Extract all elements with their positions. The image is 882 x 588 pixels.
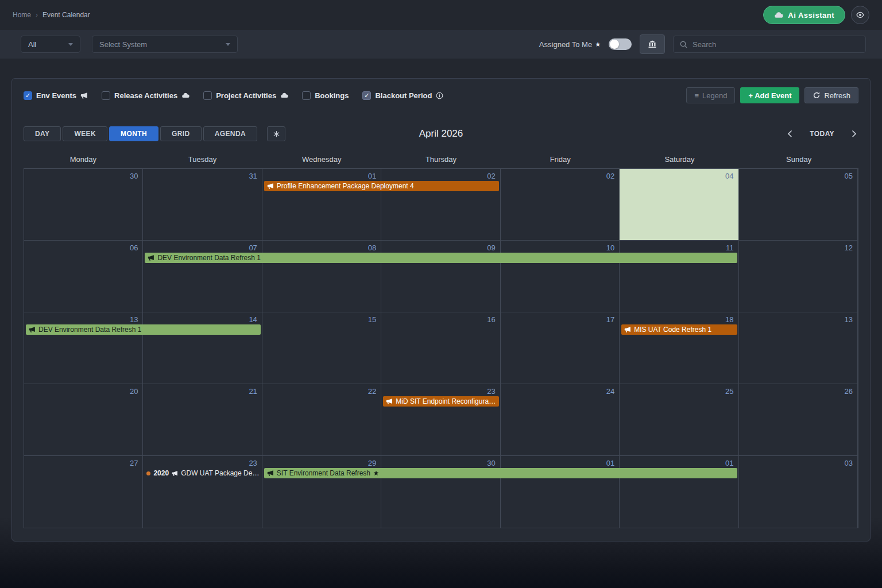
- calendar-cell[interactable]: 10: [501, 241, 620, 312]
- event-dot-item[interactable]: 2020 GDW UAT Package Depl...: [146, 468, 260, 478]
- add-event-button[interactable]: + Add Event: [740, 87, 799, 103]
- tab-grid[interactable]: GRID: [160, 126, 202, 141]
- checkbox-icon: [102, 91, 110, 100]
- calendar-cell[interactable]: 18: [620, 312, 738, 384]
- legend-button[interactable]: ≡ Legend: [686, 87, 735, 103]
- event-type-row: ✓ Env Events Release Activities Project …: [24, 87, 858, 104]
- assigned-to-me-toggle[interactable]: [609, 38, 632, 50]
- calendar-card: ✓ Env Events Release Activities Project …: [11, 78, 871, 541]
- ai-assistant-button[interactable]: Ai Assistant: [763, 6, 845, 24]
- calendar-cell[interactable]: 30: [381, 456, 500, 528]
- date-number: 24: [606, 387, 614, 396]
- tab-day[interactable]: DAY: [24, 126, 61, 141]
- calendar-cell[interactable]: 25: [620, 384, 738, 455]
- calendar-cell[interactable]: 30: [24, 169, 143, 240]
- calendar-cell[interactable]: 14: [143, 312, 262, 384]
- tab-week[interactable]: WEEK: [63, 126, 107, 141]
- category-select[interactable]: All: [21, 36, 80, 53]
- system-select-value: Select System: [99, 40, 147, 49]
- date-number: 17: [606, 315, 614, 324]
- date-number: 01: [725, 459, 733, 467]
- search-input[interactable]: [693, 40, 860, 49]
- date-number: 30: [487, 459, 495, 467]
- system-select[interactable]: Select System: [92, 36, 238, 53]
- calendar-cell[interactable]: 08: [262, 241, 381, 312]
- date-number: 26: [845, 387, 853, 396]
- date-number: 23: [487, 387, 495, 396]
- top-bar: Home › Event Calendar Ai Assistant: [0, 0, 882, 30]
- calendar-cell[interactable]: 03: [739, 456, 858, 528]
- tab-agenda[interactable]: AGENDA: [203, 126, 257, 141]
- date-number: 06: [130, 243, 138, 252]
- month-grid: 30 31 01 02 02 04 05 Profile Enhancement…: [24, 168, 858, 528]
- calendar-cell[interactable]: 24: [501, 384, 620, 455]
- calendar-cell[interactable]: 22: [262, 384, 381, 455]
- checkbox-bookings[interactable]: Bookings: [302, 91, 349, 100]
- ai-assistant-label: Ai Assistant: [788, 11, 834, 20]
- weekday-label: Friday: [501, 152, 620, 168]
- calendar-cell[interactable]: 05: [739, 169, 858, 240]
- weekday-label: Wednesday: [262, 152, 381, 168]
- event-bar[interactable]: DEV Environment Data Refresh 1: [145, 253, 737, 263]
- today-button[interactable]: TODAY: [810, 130, 834, 138]
- calendar-cell[interactable]: 31: [143, 169, 262, 240]
- date-number: 21: [249, 387, 257, 396]
- refresh-button[interactable]: Refresh: [804, 87, 858, 103]
- calendar-cell[interactable]: 12: [739, 241, 858, 312]
- calendar-cell[interactable]: 21: [143, 384, 262, 455]
- megaphone-icon: [172, 470, 178, 477]
- calendar-cell[interactable]: 06: [24, 241, 143, 312]
- event-bar[interactable]: DEV Environment Data Refresh 1: [26, 324, 261, 335]
- calendar-cell[interactable]: 26: [739, 384, 858, 455]
- event-bar[interactable]: MIS UAT Code Refresh 1: [621, 324, 737, 335]
- breadcrumb-home[interactable]: Home: [13, 11, 31, 19]
- weekday-header: Monday Tuesday Wednesday Thursday Friday…: [24, 152, 858, 168]
- event-bar[interactable]: Profile Enhancement Package Deployment 4: [264, 181, 499, 191]
- checkbox-env-events[interactable]: ✓ Env Events: [24, 91, 88, 100]
- calendar-cell[interactable]: 23: [381, 384, 500, 455]
- calendar-cell[interactable]: 01: [620, 456, 738, 528]
- calendar-cell[interactable]: 16: [381, 312, 500, 384]
- date-number: 01: [606, 459, 614, 467]
- calendar-cell[interactable]: 09: [381, 241, 500, 312]
- checkbox-blackout-period[interactable]: ✓ Blackout Period: [362, 91, 443, 100]
- calendar-cell[interactable]: 13: [24, 312, 143, 384]
- calendar-cell[interactable]: 11: [620, 241, 738, 312]
- bank-button[interactable]: [640, 34, 665, 54]
- calendar-cell[interactable]: 20: [24, 384, 143, 455]
- checkbox-project-activities[interactable]: Project Activities: [203, 91, 288, 100]
- checkbox-release-activities[interactable]: Release Activities: [102, 91, 189, 100]
- tab-month[interactable]: MONTH: [109, 126, 158, 141]
- event-bar[interactable]: SIT Environment Data Refresh: [264, 468, 737, 478]
- assigned-to-me-text: Assigned To Me: [539, 40, 592, 49]
- view-options-button[interactable]: [267, 126, 285, 141]
- cloud-icon: [280, 91, 288, 99]
- next-month-button[interactable]: [849, 129, 858, 138]
- prev-month-button[interactable]: [786, 129, 795, 138]
- add-event-label: + Add Event: [748, 91, 791, 100]
- calendar-cell[interactable]: 01: [501, 456, 620, 528]
- calendar-cell[interactable]: 17: [501, 312, 620, 384]
- date-number: 02: [487, 172, 495, 180]
- calendar-cell[interactable]: 13: [739, 312, 858, 384]
- eye-button[interactable]: [851, 6, 869, 24]
- calendar-cell[interactable]: 07: [143, 241, 262, 312]
- calendar-cell[interactable]: 15: [262, 312, 381, 384]
- calendar-cell[interactable]: 02: [501, 169, 620, 240]
- refresh-icon: [813, 91, 821, 99]
- megaphone-icon: [148, 254, 154, 261]
- calendar-cell-today[interactable]: 04: [620, 169, 738, 240]
- chevron-down-icon: [226, 43, 230, 46]
- checkbox-label: Blackout Period: [375, 91, 432, 100]
- event-bar[interactable]: MiD SIT Endpoint Reconfiguratio 1: [383, 396, 498, 407]
- event-title: MiD SIT Endpoint Reconfiguratio 1: [396, 397, 496, 405]
- calendar-cell[interactable]: 01: [262, 169, 381, 240]
- calendar-cell[interactable]: 23: [143, 456, 262, 528]
- calendar-toolbar: DAY WEEK MONTH GRID AGENDA April 2026 TO…: [24, 126, 858, 142]
- calendar-cell[interactable]: 29: [262, 456, 381, 528]
- megaphone-icon: [624, 326, 631, 333]
- week-row: 20 21 22 23 24 25 26 MiD SIT Endpoint Re…: [24, 384, 858, 456]
- assigned-to-me-label: Assigned To Me ★: [539, 40, 601, 49]
- calendar-cell[interactable]: 27: [24, 456, 143, 528]
- calendar-cell[interactable]: 02: [381, 169, 500, 240]
